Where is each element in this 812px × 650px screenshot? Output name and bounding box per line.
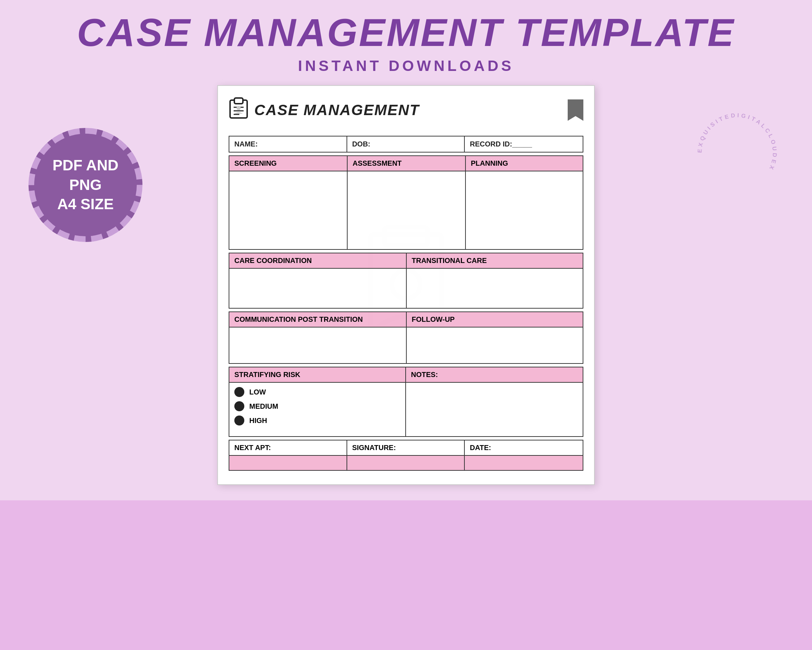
right-circle: EXQUISITEDIGITALCLOUDEX <box>691 107 783 200</box>
record-id-cell: RECORD ID:_____ <box>465 136 583 152</box>
svg-rect-5 <box>234 98 243 104</box>
dob-label: DOB: <box>352 140 370 148</box>
date-cell: DATE: <box>465 440 583 470</box>
date-label: DATE: <box>465 440 583 456</box>
care-coordination-header: CARE COORDINATION <box>229 253 406 269</box>
comm-body <box>229 327 406 363</box>
transitional-care-body <box>407 269 583 308</box>
footer-row: NEXT APT: SIGNATURE: DATE: <box>229 440 583 471</box>
badge-text-line1: PDF AND <box>52 156 118 175</box>
risk-low-label: LOW <box>249 388 266 396</box>
notes-cell: NOTES: <box>406 367 583 436</box>
follow-up-header: FOLLOW-UP <box>407 312 583 327</box>
screening-content <box>229 171 347 250</box>
bottom-strip <box>0 500 812 650</box>
record-id-label: RECORD ID:_____ <box>470 140 532 148</box>
badge-text-line3: A4 SIZE <box>52 194 118 214</box>
doc-header: CASE MANAGEMENT <box>229 96 583 127</box>
risk-header: STRATIFYING RISK <box>229 367 405 383</box>
document: CASE MANAGEMENT NAME: DOB: RECORD ID:___… <box>217 85 595 485</box>
care-coordination-body <box>229 269 406 308</box>
left-badge: PDF AND PNG A4 SIZE <box>29 128 142 242</box>
comm-row: COMMUNICATION POST TRANSITION FOLLOW-UP <box>229 312 583 364</box>
badge-text-line2: PNG <box>52 175 118 195</box>
risk-dot-low <box>234 387 244 397</box>
transitional-care-header: TRANSITIONAL CARE <box>407 253 583 269</box>
transitional-care-cell: TRANSITIONAL CARE <box>406 253 583 309</box>
signature-label: SIGNATURE: <box>347 440 464 456</box>
risk-medium-label: MEDIUM <box>249 402 278 410</box>
top-info-row: NAME: DOB: RECORD ID:_____ <box>229 136 583 153</box>
comm-cell: COMMUNICATION POST TRANSITION <box>229 312 406 364</box>
notes-header: NOTES: <box>406 367 583 383</box>
risk-levels: LOW MEDIUM HIGH <box>234 387 400 425</box>
risk-cell: STRATIFYING RISK LOW MEDIUM HIGH <box>229 367 406 436</box>
screening-content-row <box>229 171 583 250</box>
name-cell: NAME: <box>229 136 347 152</box>
risk-medium: MEDIUM <box>234 401 400 411</box>
name-label: NAME: <box>234 140 258 148</box>
clipboard-icon <box>229 96 249 124</box>
next-apt-value <box>229 456 346 470</box>
form-sections: NAME: DOB: RECORD ID:_____ SCREENING ASS… <box>229 136 583 471</box>
screening-header-row: SCREENING ASSESSMENT PLANNING <box>229 155 583 171</box>
follow-up-body <box>407 327 583 363</box>
notes-body <box>411 386 578 433</box>
doc-title-area: CASE MANAGEMENT <box>229 96 420 124</box>
doc-title: CASE MANAGEMENT <box>254 102 420 119</box>
screening-header: SCREENING <box>229 155 347 171</box>
risk-high-label: HIGH <box>249 417 267 425</box>
planning-header: PLANNING <box>465 155 583 171</box>
risk-high: HIGH <box>234 416 400 425</box>
page-header: CASE MANAGEMENT TEMPLATE INSTANT DOWNLOA… <box>0 0 812 78</box>
planning-content <box>465 171 583 250</box>
date-value <box>465 456 583 470</box>
care-row: CARE COORDINATION TRANSITIONAL CARE <box>229 253 583 309</box>
assessment-content <box>347 171 465 250</box>
next-apt-cell: NEXT APT: <box>229 440 347 470</box>
svg-text:EXQUISITEDIGITALCLOUDEX: EXQUISITEDIGITALCLOUDEX <box>697 112 778 173</box>
svg-point-9 <box>237 106 241 110</box>
comm-header: COMMUNICATION POST TRANSITION <box>229 312 406 327</box>
assessment-header: ASSESSMENT <box>347 155 465 171</box>
subtitle: INSTANT DOWNLOADS <box>0 57 812 75</box>
signature-cell: SIGNATURE: <box>347 440 465 470</box>
risk-notes-row: STRATIFYING RISK LOW MEDIUM HIGH <box>229 367 583 437</box>
risk-dot-high <box>234 416 244 425</box>
dob-cell: DOB: <box>347 136 465 152</box>
risk-low: LOW <box>234 387 400 397</box>
risk-dot-medium <box>234 401 244 411</box>
bookmark-icon <box>568 99 583 121</box>
follow-up-cell: FOLLOW-UP <box>406 312 583 364</box>
care-coordination-cell: CARE COORDINATION <box>229 253 406 309</box>
next-apt-label: NEXT APT: <box>229 440 346 456</box>
signature-value <box>347 456 464 470</box>
main-title: CASE MANAGEMENT TEMPLATE <box>0 11 812 54</box>
content-area: PDF AND PNG A4 SIZE EXQUISITEDIGITALCLOU… <box>0 85 812 485</box>
